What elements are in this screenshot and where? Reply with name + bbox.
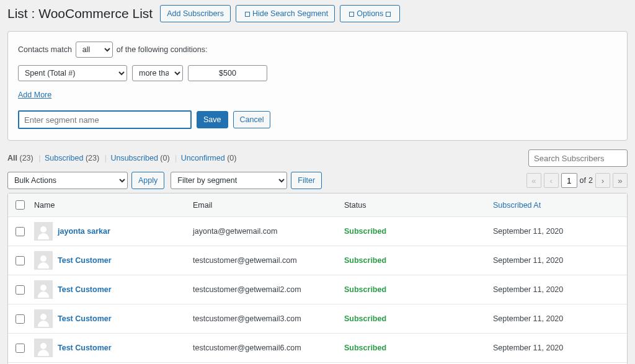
avatar [34, 251, 53, 270]
subscriber-subscribed-at: September 11, 2020 [493, 256, 622, 265]
page-prev-button[interactable]: ‹ [544, 173, 559, 188]
subscriber-email: jayonta@getwemail.com [193, 227, 344, 236]
apply-button[interactable]: Apply [131, 172, 164, 189]
table-row: Test Customertestcustomer@getwemail3.com… [8, 304, 627, 334]
filters-bar: All (23) | Subscribed (23) | Unsubscribe… [7, 149, 628, 167]
table-row: Test Customertestcustomer@getwemail2.com… [8, 275, 627, 304]
add-subscribers-button[interactable]: Add Subscribers [160, 5, 231, 22]
match-mode-select[interactable]: all [76, 42, 113, 58]
bulk-actions-select[interactable]: Bulk Actions [7, 172, 128, 189]
subscriber-status: Subscribed [344, 314, 493, 323]
row-checkbox[interactable] [16, 227, 25, 236]
table-row: jayonta sarkarjayonta@getwemail.comSubsc… [8, 217, 627, 246]
title-prefix: List : [7, 6, 38, 20]
condition-row: Spent (Total #) more than [18, 65, 617, 81]
options-label: Options [357, 8, 383, 19]
avatar [34, 339, 53, 357]
row-checkbox[interactable] [16, 256, 25, 265]
subscriber-subscribed-at: September 11, 2020 [493, 227, 622, 236]
pager-total: 2 [588, 176, 593, 185]
row-checkbox[interactable] [16, 314, 25, 324]
save-segment-button[interactable]: Save [197, 111, 228, 128]
filter-segment-select[interactable]: Filter by segment [171, 172, 287, 189]
subscriber-name-link[interactable]: Test Customer [58, 344, 112, 352]
page-current-input[interactable] [561, 173, 577, 188]
subscribers-table: Name Email Status Subscribed At jayonta … [7, 193, 628, 364]
hide-search-segment-label: Hide Search Segment [252, 8, 328, 19]
col-subscribed-at[interactable]: Subscribed At [493, 201, 622, 210]
add-more-link[interactable]: Add More [18, 91, 51, 99]
page-header: List : WooCommerce List Add Subscribers … [7, 5, 628, 22]
segment-name-input[interactable] [18, 110, 192, 129]
filter-button[interactable]: Filter [291, 172, 322, 189]
square-icon [349, 12, 354, 17]
avatar [34, 280, 53, 299]
separator: | [175, 154, 177, 162]
subscriber-subscribed-at: September 11, 2020 [493, 314, 622, 323]
col-email: Email [193, 201, 344, 210]
page-title: List : WooCommerce List [7, 6, 153, 21]
page-last-button[interactable]: » [613, 173, 628, 188]
action-row: Bulk Actions Apply Filter by segment Fil… [7, 172, 628, 189]
table-row: Test Customertestcustomer@getwemail6.com… [8, 334, 627, 363]
subscriber-status: Subscribed [344, 256, 493, 265]
subscriber-status: Subscribed [344, 344, 493, 352]
condition-value-input[interactable] [188, 65, 267, 81]
condition-match-row: Contacts match all of the following cond… [18, 42, 617, 58]
hide-search-segment-button[interactable]: Hide Search Segment [236, 5, 335, 22]
condition-field-select[interactable]: Spent (Total #) [18, 65, 127, 81]
table-body: jayonta sarkarjayonta@getwemail.comSubsc… [8, 217, 627, 364]
status-tabs: All (23) | Subscribed (23) | Unsubscribe… [7, 154, 238, 162]
subscriber-subscribed-at: September 11, 2020 [493, 344, 622, 352]
list-name: WooCommerce List [38, 6, 153, 20]
square-icon [245, 12, 250, 17]
col-name[interactable]: Name [34, 201, 193, 210]
subscriber-name-link[interactable]: jayonta sarkar [58, 227, 110, 236]
match-label-post: of the following conditions: [117, 45, 208, 54]
options-button[interactable]: Options [340, 5, 400, 22]
select-all-checkbox[interactable] [16, 200, 25, 210]
subscriber-status: Subscribed [344, 227, 493, 236]
avatar [34, 309, 53, 328]
separator: | [105, 154, 107, 162]
tab-unconfirmed-count: (0) [227, 154, 236, 162]
table-row: Test Customertestcustomer@getwemail.comS… [8, 246, 627, 275]
separator: | [38, 154, 40, 162]
cancel-segment-button[interactable]: Cancel [233, 111, 271, 128]
tab-all-count: (23) [19, 154, 33, 162]
subscriber-name-link[interactable]: Test Customer [58, 285, 112, 294]
condition-op-select[interactable]: more than [132, 65, 183, 81]
row-checkbox[interactable] [16, 285, 25, 295]
subscriber-email: testcustomer@getwemail.com [193, 256, 344, 265]
table-header: Name Email Status Subscribed At [8, 193, 627, 217]
subscriber-name-link[interactable]: Test Customer [58, 256, 112, 265]
pager-of: of [580, 176, 586, 185]
square-icon [386, 12, 391, 17]
subscriber-email: testcustomer@getwemail6.com [193, 344, 344, 352]
match-label-pre: Contacts match [18, 45, 72, 54]
tab-unconfirmed[interactable]: Unconfirmed [181, 154, 225, 162]
tab-subscribed[interactable]: Subscribed [45, 154, 84, 162]
subscriber-name-link[interactable]: Test Customer [58, 314, 112, 323]
tab-unsubscribed-count: (0) [160, 154, 169, 162]
subscriber-email: testcustomer@getwemail3.com [193, 314, 344, 323]
page-first-button[interactable]: « [526, 173, 541, 188]
subscriber-status: Subscribed [344, 285, 493, 294]
segment-panel: Contacts match all of the following cond… [7, 31, 628, 141]
pagination: « ‹ of 2 › » [526, 173, 628, 188]
search-subscribers-input[interactable] [528, 149, 628, 167]
avatar [34, 222, 53, 241]
subscriber-subscribed-at: September 11, 2020 [493, 285, 622, 294]
tab-all[interactable]: All [7, 154, 17, 162]
page-next-button[interactable]: › [595, 173, 610, 188]
tab-unsubscribed[interactable]: Unsubscribed [110, 154, 158, 162]
tab-subscribed-count: (23) [86, 154, 99, 162]
row-checkbox[interactable] [16, 344, 25, 353]
col-status: Status [344, 201, 493, 210]
subscriber-email: testcustomer@getwemail2.com [193, 285, 344, 294]
segment-save-row: Save Cancel [18, 110, 617, 129]
